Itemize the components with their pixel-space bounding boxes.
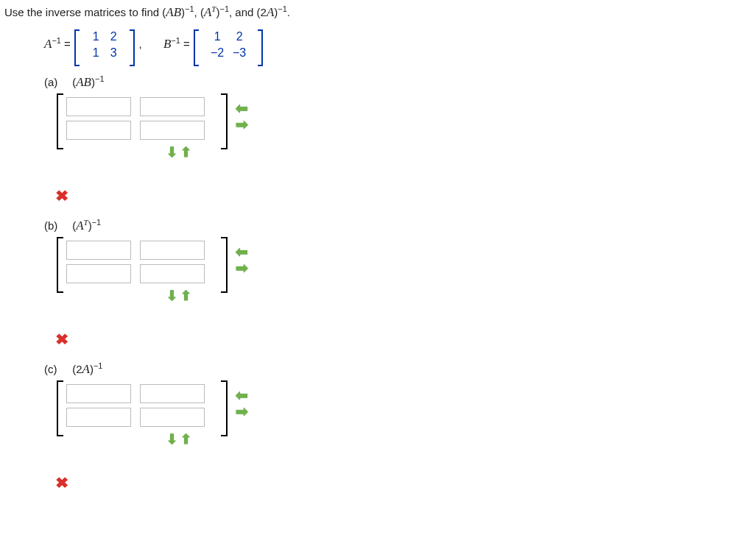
txt: . <box>287 6 290 18</box>
part-b-answer: ⬅ ➡ ⬇ ⬆ <box>56 236 750 301</box>
bracket-right-icon <box>219 380 228 439</box>
part-letter: (c) <box>44 363 69 375</box>
matrix-input-a-11[interactable] <box>66 97 131 116</box>
matrix-input-c-22[interactable] <box>140 408 205 427</box>
a-inv-matrix: 12 13 <box>84 29 125 61</box>
incorrect-icon: ✖ <box>56 474 750 492</box>
add-row-icon[interactable]: ➡ <box>236 116 248 132</box>
b-inv-label: B <box>163 37 171 51</box>
matrix-input-a-21[interactable] <box>66 121 131 140</box>
add-row-icon[interactable]: ➡ <box>236 260 248 276</box>
txt: , ( <box>194 6 204 18</box>
incorrect-icon: ✖ <box>56 187 750 205</box>
txt: , and (2 <box>229 6 267 18</box>
sym-ab: AB <box>166 5 181 19</box>
matrix-input-b-22[interactable] <box>140 264 205 283</box>
add-col-icon[interactable]: ⬆ <box>180 432 191 447</box>
question-prompt: Use the inverse matrices to find (AB)−1,… <box>4 4 750 20</box>
b-inv-matrix: 12 −2−3 <box>203 29 253 61</box>
sup: −1 <box>92 218 102 227</box>
eq: = <box>61 38 74 50</box>
remove-row-icon[interactable]: ⬅ <box>236 100 248 116</box>
sup: −1 <box>185 4 194 13</box>
part-b-label: (b) (AT)−1 <box>44 218 750 233</box>
part-c-label: (c) (2A)−1 <box>44 361 750 377</box>
cell: 2 <box>228 29 250 45</box>
matrix-input-c-12[interactable] <box>140 384 205 403</box>
cell: 2 <box>105 29 122 45</box>
sym-a: A <box>267 5 274 19</box>
sym: AB <box>76 75 91 89</box>
add-row-icon[interactable]: ➡ <box>236 403 248 419</box>
incorrect-icon: ✖ <box>56 330 750 348</box>
remove-col-icon[interactable]: ⬇ <box>166 432 177 447</box>
part-a-answer: ⬅ ➡ ⬇ ⬆ <box>56 93 750 157</box>
sup: −1 <box>278 4 287 13</box>
bracket-right-icon <box>219 236 228 296</box>
matrix-input-b-12[interactable] <box>140 241 205 260</box>
sup: −1 <box>171 36 180 45</box>
cell: 1 <box>87 45 105 61</box>
cell: 1 <box>206 29 228 45</box>
part-c-answer: ⬅ ➡ ⬇ ⬆ <box>56 380 750 444</box>
remove-col-icon[interactable]: ⬇ <box>166 288 177 303</box>
bracket-right-icon <box>219 93 228 152</box>
txt: (2 <box>72 363 82 375</box>
part-letter: (b) <box>44 219 69 232</box>
add-col-icon[interactable]: ⬆ <box>180 145 191 160</box>
remove-col-icon[interactable]: ⬇ <box>166 145 177 160</box>
matrix-input-a-12[interactable] <box>140 97 205 116</box>
cell: −3 <box>228 45 250 61</box>
cell: 1 <box>87 29 105 45</box>
a-inv-label: A <box>44 37 52 51</box>
sym-a: A <box>204 5 211 19</box>
sup: −1 <box>52 36 61 45</box>
matrix-input-a-22[interactable] <box>140 121 205 140</box>
sym: A <box>76 219 83 233</box>
sup: −1 <box>95 74 105 83</box>
matrix-input-b-11[interactable] <box>66 241 131 260</box>
remove-row-icon[interactable]: ⬅ <box>236 387 248 403</box>
add-col-icon[interactable]: ⬆ <box>180 288 191 303</box>
matrix-input-c-11[interactable] <box>66 384 131 403</box>
part-letter: (a) <box>44 76 69 88</box>
txt: Use the inverse matrices to find ( <box>4 6 166 18</box>
cell: 3 <box>105 45 122 61</box>
cell: −2 <box>206 45 228 61</box>
given-row: A−1 = 12 13 , B−1 = 12 −2−3 <box>44 29 750 61</box>
matrix-input-b-21[interactable] <box>66 264 131 283</box>
bracket-left-icon <box>56 236 65 296</box>
matrix-input-c-21[interactable] <box>66 408 131 427</box>
part-a-label: (a) (AB)−1 <box>44 74 750 90</box>
remove-row-icon[interactable]: ⬅ <box>236 244 248 260</box>
sup: −1 <box>94 361 103 370</box>
sup: −1 <box>219 4 229 13</box>
bracket-left-icon <box>56 93 65 152</box>
bracket-left-icon <box>56 380 65 439</box>
sym: A <box>82 362 90 376</box>
comma: , <box>139 38 142 50</box>
eq: = <box>180 38 193 50</box>
